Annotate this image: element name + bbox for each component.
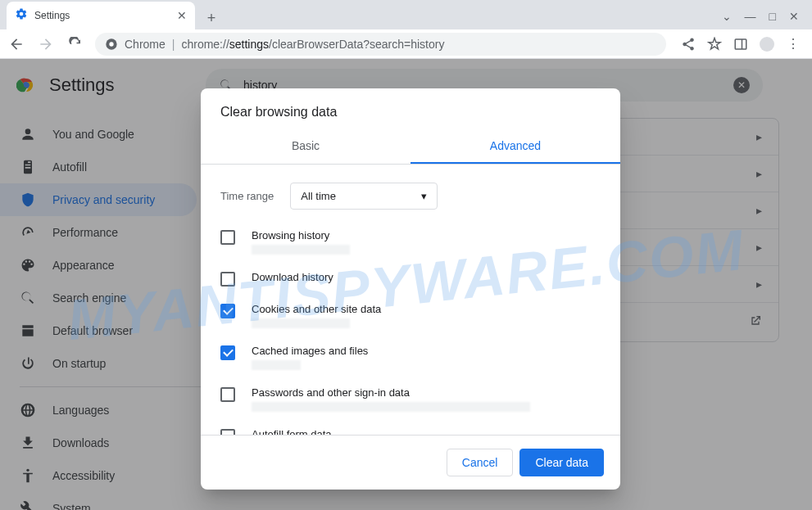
maximize-icon[interactable]: □ [769,10,776,23]
browser-titlebar: Settings ✕ + ⌄ — □ ✕ [0,0,812,29]
close-window-icon[interactable]: ✕ [789,10,799,23]
browser-toolbar: Chrome | chrome://settings/clearBrowserD… [0,29,812,59]
address-bar[interactable]: Chrome | chrome://settings/clearBrowserD… [95,33,666,56]
clear-data-button[interactable]: Clear data [519,449,604,476]
dialog-tabs: Basic Advanced [201,129,620,165]
checkbox[interactable] [220,345,235,360]
window-controls: ⌄ — □ ✕ [722,10,805,29]
option-autofill-data[interactable]: Autofill form data [201,420,620,435]
close-icon[interactable]: ✕ [177,9,187,22]
svg-rect-2 [735,39,746,49]
gear-icon [15,7,28,24]
dialog-actions: Cancel Clear data [201,435,620,490]
cancel-button[interactable]: Cancel [447,449,514,476]
new-tab-button[interactable]: + [200,7,223,29]
profile-avatar[interactable] [760,37,774,52]
dialog-body: Time range All time ▾ Browsing history D… [201,165,620,435]
checkbox[interactable] [220,304,235,318]
tab-title: Settings [34,10,170,21]
address-origin: Chrome [125,38,166,51]
chrome-icon [105,38,118,51]
checkbox[interactable] [220,429,235,435]
time-range-row: Time range All time ▾ [201,171,620,221]
dialog-title: Clear browsing data [201,88,620,129]
chevron-down-icon[interactable]: ⌄ [722,10,732,23]
reload-button[interactable] [66,34,85,54]
bookmark-icon[interactable] [707,37,722,52]
sidepanel-icon[interactable] [733,37,748,52]
option-passwords[interactable]: Passwords and other sign-in data [201,378,620,420]
tab-advanced[interactable]: Advanced [411,129,620,164]
tab-basic[interactable]: Basic [201,129,411,164]
chevron-down-icon: ▾ [421,190,427,202]
settings-page: Settings ✕ You and Google Autofill Priva… [0,59,812,510]
forward-button[interactable] [36,34,56,54]
browser-tab[interactable]: Settings ✕ [7,2,195,29]
toolbar-actions: ⋮ [676,37,805,52]
clear-browsing-data-dialog: Clear browsing data Basic Advanced Time … [201,88,620,490]
checkbox[interactable] [220,230,235,245]
time-range-select[interactable]: All time ▾ [290,183,438,210]
option-browsing-history[interactable]: Browsing history [201,221,620,263]
option-cookies[interactable]: Cookies and other site data [201,295,620,336]
checkbox[interactable] [220,387,235,402]
option-cached-images[interactable]: Cached images and files [201,336,620,378]
time-range-label: Time range [220,190,274,202]
checkbox[interactable] [220,272,235,287]
svg-point-1 [109,42,113,46]
back-button[interactable] [7,34,26,54]
menu-icon[interactable]: ⋮ [786,37,801,52]
option-download-history[interactable]: Download history [201,263,620,295]
minimize-icon[interactable]: — [745,10,756,23]
share-icon[interactable] [681,37,696,52]
address-url: chrome://settings/clearBrowserData?searc… [181,38,444,51]
